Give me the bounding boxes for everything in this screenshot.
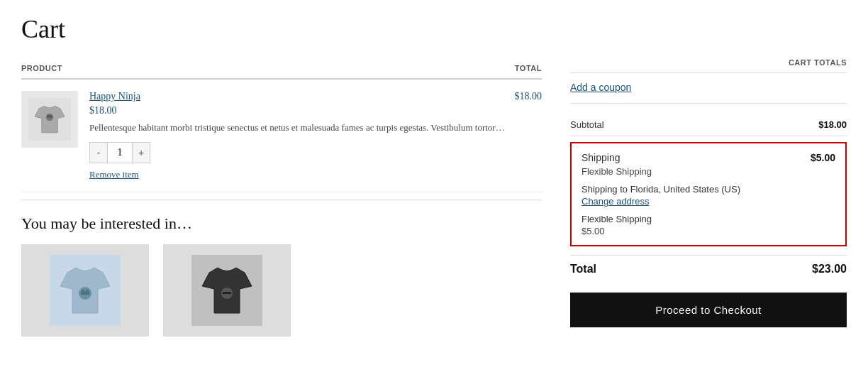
col-header-total: TOTAL [514, 58, 542, 79]
product-image [21, 91, 78, 148]
svg-rect-9 [86, 290, 89, 292]
cart-divider [21, 200, 542, 200]
total-value: $23.00 [812, 263, 847, 275]
related-title: You may be interested in… [21, 214, 542, 233]
cart-table: PRODUCT TOTAL [21, 58, 542, 192]
quantity-decrease-button[interactable]: - [90, 143, 107, 163]
svg-rect-12 [223, 292, 231, 294]
flexible-shipping-price: $5.00 [582, 226, 835, 236]
col-header-product: PRODUCT [21, 58, 514, 79]
shipping-label: Shipping [582, 152, 621, 163]
quantity-input[interactable] [107, 143, 133, 163]
shipping-header: Shipping $5.00 [582, 152, 835, 163]
cart-totals-sidebar: CART TOTALS Add a coupon Subtotal $18.00… [570, 58, 847, 327]
shipping-address: Shipping to Florida, United States (US) [582, 184, 835, 195]
product-price: $18.00 [89, 105, 514, 116]
table-row: Happy Ninja $18.00 Pellentesque habitant… [21, 79, 542, 192]
subtotal-label: Subtotal [570, 119, 604, 130]
product-name-link[interactable]: Happy Ninja [89, 91, 514, 102]
checkout-button[interactable]: Proceed to Checkout [570, 293, 847, 327]
cart-section: PRODUCT TOTAL [21, 58, 542, 337]
quantity-increase-button[interactable]: + [133, 143, 150, 163]
svg-rect-4 [50, 115, 52, 116]
change-address-link[interactable]: Change address [582, 196, 835, 207]
svg-rect-8 [82, 290, 84, 292]
product-total-cell: $18.00 [514, 79, 542, 192]
shipping-amount: $5.00 [811, 152, 835, 163]
total-label: Total [570, 263, 596, 275]
page-title: Cart [21, 14, 847, 44]
svg-rect-7 [81, 292, 89, 295]
add-coupon-link[interactable]: Add a coupon [570, 82, 631, 93]
svg-rect-3 [48, 115, 49, 116]
related-item-1[interactable] [21, 244, 149, 337]
subtotal-row: Subtotal $18.00 [570, 114, 847, 136]
remove-item-link[interactable]: Remove item [89, 169, 514, 180]
related-item-2[interactable] [163, 244, 291, 337]
cart-totals-header: CART TOTALS [570, 58, 847, 73]
flexible-shipping-label: Flexible Shipping [582, 214, 835, 224]
shipping-box: Shipping $5.00 Flexible Shipping Shippin… [570, 142, 847, 246]
total-row: Total $23.00 [570, 255, 847, 283]
coupon-row: Add a coupon [570, 82, 847, 104]
shipping-method: Flexible Shipping [582, 166, 835, 177]
quantity-control: - + [89, 142, 150, 163]
product-description: Pellentesque habitant morbi tristique se… [89, 121, 514, 135]
related-products-list [21, 244, 542, 337]
subtotal-value: $18.00 [818, 119, 847, 130]
svg-rect-2 [47, 116, 52, 118]
related-section: You may be interested in… [21, 214, 542, 337]
product-details: Happy Ninja $18.00 Pellentesque habitant… [89, 91, 514, 180]
